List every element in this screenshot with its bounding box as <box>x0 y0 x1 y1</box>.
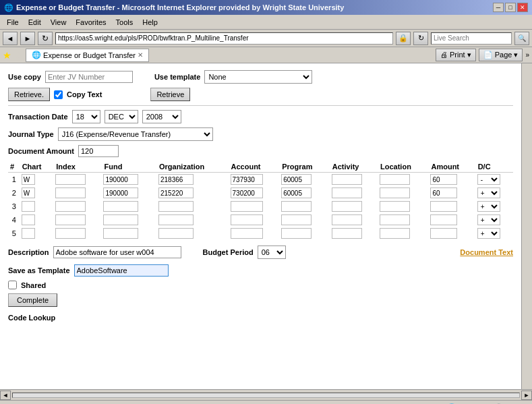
minimize-button[interactable]: ─ <box>493 3 504 12</box>
account-input[interactable] <box>231 187 263 198</box>
index-input[interactable] <box>55 187 86 198</box>
document-text-link[interactable]: Document Text <box>460 248 513 256</box>
menu-edit[interactable]: Edit <box>24 17 45 28</box>
date-day-select[interactable]: 18 <box>72 110 100 123</box>
location-input[interactable] <box>380 214 410 225</box>
tab-close-btn[interactable]: ✕ <box>138 51 143 59</box>
program-input[interactable] <box>281 187 312 198</box>
activity-input[interactable] <box>332 228 362 239</box>
date-year-select[interactable]: 2008 <box>142 110 181 123</box>
fund-input[interactable] <box>103 187 138 198</box>
fund-input[interactable] <box>103 228 138 239</box>
amount-input[interactable] <box>430 201 457 212</box>
fund-input[interactable] <box>103 201 138 212</box>
search-input[interactable] <box>431 32 512 45</box>
favorites-star2[interactable]: ★ <box>14 50 23 61</box>
tab-icon: 🌐 <box>32 51 41 59</box>
org-input[interactable] <box>158 228 194 239</box>
org-input[interactable] <box>158 201 194 212</box>
search-go-button[interactable]: 🔍 <box>514 32 529 45</box>
location-input[interactable] <box>380 228 410 239</box>
location-input[interactable] <box>380 187 410 198</box>
template-select[interactable]: None <box>204 70 312 84</box>
menu-help[interactable]: Help <box>138 17 162 28</box>
journal-type-select[interactable]: J16 (Expense/Revenue Transfer) <box>58 127 213 141</box>
amount-input[interactable] <box>430 214 457 225</box>
account-input[interactable] <box>231 214 263 225</box>
shared-checkbox[interactable] <box>8 281 17 289</box>
org-input[interactable] <box>158 214 194 225</box>
page-tab[interactable]: 🌐 Expense or Budget Transfer ✕ <box>26 49 149 62</box>
amount-input[interactable] <box>430 228 457 239</box>
budget-period-select[interactable]: 06 <box>258 246 286 259</box>
chart-input[interactable] <box>22 174 35 185</box>
chart-input[interactable] <box>22 201 35 212</box>
index-input[interactable] <box>55 174 86 185</box>
program-input[interactable] <box>281 228 312 239</box>
save-template-input[interactable] <box>74 264 169 277</box>
chart-input[interactable] <box>22 228 35 239</box>
maximize-button[interactable]: □ <box>505 3 516 12</box>
complete-button[interactable]: Complete <box>8 293 57 307</box>
scroll-right-btn[interactable]: ► <box>521 391 532 400</box>
col-amount: Amount <box>429 161 475 173</box>
col-chart: Chart <box>20 161 55 173</box>
activity-input[interactable] <box>332 187 362 198</box>
dc-select[interactable]: -+ <box>477 187 500 198</box>
shared-label: Shared <box>21 281 46 289</box>
toolbar-expand[interactable]: » <box>525 51 529 59</box>
menu-favorites[interactable]: Favorites <box>71 17 110 28</box>
menu-tools[interactable]: Tools <box>112 17 138 28</box>
dc-select[interactable]: -+ <box>477 201 500 212</box>
fund-input[interactable] <box>103 214 138 225</box>
date-month-select[interactable]: DEC <box>105 110 138 123</box>
address-input[interactable] <box>55 32 393 45</box>
copy-text-checkbox[interactable] <box>54 90 63 99</box>
location-input[interactable] <box>380 201 410 212</box>
transaction-date-label: Transaction Date <box>8 113 68 121</box>
document-amount-input[interactable] <box>78 145 119 157</box>
index-input[interactable] <box>55 214 86 225</box>
org-input[interactable] <box>158 174 194 185</box>
forward-button[interactable]: ► <box>20 32 35 45</box>
program-input[interactable] <box>281 201 312 212</box>
chart-input[interactable] <box>22 187 35 198</box>
page-button[interactable]: 📄 Page ▾ <box>479 49 523 61</box>
account-input[interactable] <box>231 228 263 239</box>
index-input[interactable] <box>55 201 86 212</box>
menu-file[interactable]: File <box>3 17 23 28</box>
horizontal-scrollbar[interactable]: ◄ ► <box>0 389 532 400</box>
menu-view[interactable]: View <box>47 17 71 28</box>
activity-input[interactable] <box>332 214 362 225</box>
dc-select[interactable]: -+ <box>477 214 500 225</box>
cell-amount <box>429 213 475 227</box>
amount-input[interactable] <box>430 187 457 198</box>
dc-select[interactable]: -+ <box>477 174 500 185</box>
favorites-star1[interactable]: ★ <box>3 50 11 61</box>
cell-num: 4 <box>8 213 20 227</box>
program-input[interactable] <box>281 174 312 185</box>
program-input[interactable] <box>281 214 312 225</box>
back-button[interactable]: ◄ <box>3 32 18 45</box>
use-copy-input[interactable] <box>45 71 133 83</box>
fund-input[interactable] <box>103 174 138 185</box>
reload-icon[interactable]: ↻ <box>413 32 428 45</box>
account-input[interactable] <box>231 174 263 185</box>
org-input[interactable] <box>158 187 194 198</box>
account-input[interactable] <box>231 201 263 212</box>
activity-input[interactable] <box>332 201 362 212</box>
refresh-button[interactable]: ↻ <box>38 32 53 45</box>
dc-select[interactable]: -+ <box>477 228 500 239</box>
chart-input[interactable] <box>22 214 35 225</box>
print-button[interactable]: 🖨 Print ▾ <box>436 49 476 61</box>
amount-input[interactable] <box>430 174 457 185</box>
location-input[interactable] <box>380 174 410 185</box>
retrieve1-button[interactable]: Retrieve. <box>8 88 50 101</box>
description-input[interactable] <box>53 246 181 258</box>
retrieve2-button[interactable]: Retrieve <box>150 88 190 101</box>
index-input[interactable] <box>55 228 86 239</box>
close-button[interactable]: ✕ <box>517 3 528 12</box>
activity-input[interactable] <box>332 174 362 185</box>
scroll-left-btn[interactable]: ◄ <box>0 391 11 400</box>
vertical-scrollbar[interactable] <box>521 63 532 389</box>
